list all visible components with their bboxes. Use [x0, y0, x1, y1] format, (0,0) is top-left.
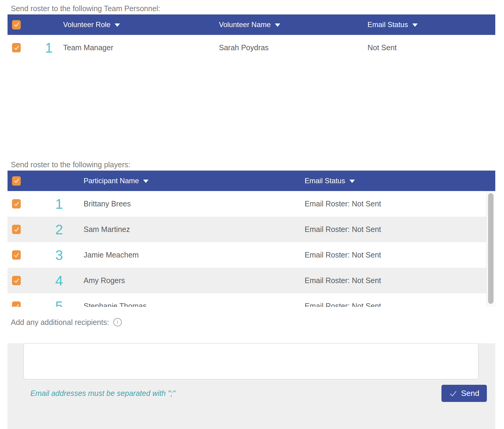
player-row: 1 Brittany Brees Email Roster: Not Sent [8, 191, 486, 217]
column-header-label: Email Status [305, 177, 345, 185]
additional-recipients-input[interactable] [23, 343, 478, 379]
personnel-select-all-checkbox[interactable] [12, 20, 21, 29]
personnel-section-title: Send roster to the following Team Person… [11, 4, 504, 13]
sort-arrow-icon [143, 180, 149, 183]
sort-arrow-icon [412, 23, 418, 27]
email-status-cell: Not Sent [367, 43, 495, 52]
players-sort-participant-name[interactable]: Participant Name [84, 177, 305, 185]
column-header-label: Volunteer Role [63, 20, 110, 29]
checkmark-icon [13, 201, 20, 207]
checkmark-icon [13, 45, 20, 51]
players-section-title: Send roster to the following players: [11, 160, 504, 169]
volunteer-name-cell: Sarah Poydras [219, 43, 367, 52]
recipients-panel: Email addresses must be separated with "… [8, 343, 495, 429]
empty-space [0, 307, 504, 318]
players-scrollbar-track[interactable] [486, 191, 495, 307]
player-row-checkbox[interactable] [12, 225, 21, 234]
send-roster-page: Send roster to the following Team Person… [0, 4, 504, 429]
row-number: 3 [35, 247, 84, 263]
personnel-table: Volunteer Role Volunteer Name Email Stat… [8, 14, 495, 60]
column-header-label: Participant Name [84, 177, 139, 185]
checkmark-icon [13, 303, 20, 307]
personnel-table-header: Volunteer Role Volunteer Name Email Stat… [8, 14, 495, 35]
player-row-checkbox[interactable] [12, 276, 21, 285]
players-table-header: Participant Name Email Status [8, 171, 495, 191]
sort-arrow-icon [275, 23, 280, 27]
participant-name-cell: Amy Rogers [84, 276, 305, 285]
participant-name-cell: Brittany Brees [84, 199, 305, 208]
participant-name-cell: Sam Martinez [84, 225, 305, 234]
row-number: 4 [35, 273, 84, 289]
recipients-label-row: Add any additional recipients: i [11, 318, 504, 327]
checkmark-icon [13, 252, 20, 258]
participant-name-cell: Jamie Meachem [84, 251, 305, 259]
personnel-table-row: 1 Team Manager Sarah Poydras Not Sent [8, 35, 495, 60]
personnel-sort-volunteer-name[interactable]: Volunteer Name [219, 20, 367, 29]
players-table-body: 1 Brittany Brees Email Roster: Not Sent … [8, 191, 495, 307]
player-row-checkbox[interactable] [12, 199, 21, 208]
players-scrollbar-thumb[interactable] [488, 193, 493, 304]
players-select-all-checkbox[interactable] [12, 176, 21, 186]
row-number: 2 [35, 221, 84, 238]
sort-arrow-icon [115, 23, 120, 27]
row-number: 5 [35, 298, 84, 307]
email-status-cell: Email Roster: Not Sent [305, 251, 486, 259]
email-status-cell: Email Roster: Not Sent [305, 302, 486, 307]
personnel-sort-volunteer-role[interactable]: Volunteer Role [63, 20, 219, 29]
send-button[interactable]: Send [441, 385, 487, 402]
volunteer-role-cell: Team Manager [63, 43, 219, 52]
checkmark-icon [449, 389, 457, 398]
checkmark-icon [13, 277, 20, 284]
player-row: 3 Jamie Meachem Email Roster: Not Sent [8, 242, 486, 268]
row-number: 1 [35, 40, 63, 56]
sort-arrow-icon [349, 180, 355, 183]
empty-space [0, 60, 504, 156]
send-button-label: Send [461, 389, 479, 398]
column-header-label: Volunteer Name [219, 20, 271, 29]
separator-note: Email addresses must be separated with "… [30, 389, 175, 398]
email-status-cell: Email Roster: Not Sent [305, 199, 486, 208]
player-row-checkbox[interactable] [12, 250, 21, 260]
email-status-cell: Email Roster: Not Sent [305, 276, 486, 285]
participant-name-cell: Stephanie Thomas [84, 302, 305, 307]
players-table: Participant Name Email Status 1 Brittany… [8, 171, 495, 307]
personnel-sort-email-status[interactable]: Email Status [367, 20, 495, 29]
player-row: 5 Stephanie Thomas Email Roster: Not Sen… [8, 293, 486, 307]
checkmark-icon [13, 177, 20, 184]
player-row: 2 Sam Martinez Email Roster: Not Sent [8, 217, 486, 242]
checkmark-icon [13, 21, 20, 28]
row-number: 1 [35, 196, 84, 212]
recipients-label: Add any additional recipients: [11, 318, 109, 327]
checkmark-icon [13, 226, 20, 233]
email-status-cell: Email Roster: Not Sent [305, 225, 486, 234]
info-icon[interactable]: i [113, 318, 122, 326]
player-row: 4 Amy Rogers Email Roster: Not Sent [8, 268, 486, 293]
players-sort-email-status[interactable]: Email Status [305, 177, 495, 185]
column-header-label: Email Status [367, 20, 408, 29]
player-row-checkbox[interactable] [12, 301, 21, 307]
personnel-row-checkbox[interactable] [12, 43, 21, 52]
